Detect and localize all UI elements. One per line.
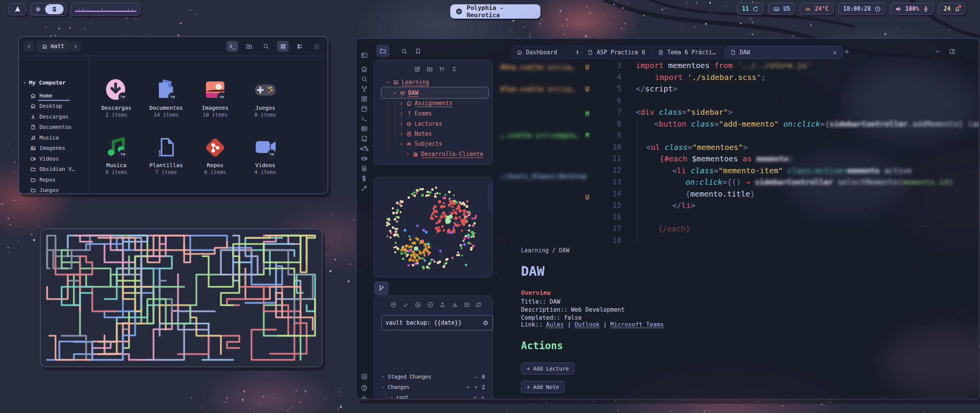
tree-item-subjects[interactable]: Subjects: [399, 140, 442, 147]
split-layout-icon[interactable]: [949, 48, 956, 55]
now-playing-widget[interactable]: Polyphia - Neurotica: [450, 4, 541, 19]
firefox-icon[interactable]: [34, 5, 42, 13]
tree-item-assignments[interactable]: Assignments: [399, 100, 452, 107]
tab-daw[interactable]: DAW: [725, 46, 843, 59]
code-icon[interactable]: <%: [360, 145, 368, 152]
tab-asp-practice-6[interactable]: ASP Practice 6: [582, 46, 659, 59]
back-button[interactable]: [23, 41, 34, 52]
table-icon[interactable]: [360, 125, 368, 132]
panel-icon[interactable]: [360, 51, 368, 59]
sidebar-item-repos[interactable]: Repos: [30, 177, 56, 183]
folder-musica[interactable]: ↪ Musica 6 items: [91, 135, 141, 175]
new-folder-button[interactable]: [243, 41, 255, 52]
button--add-note[interactable]: + Add Note: [521, 381, 565, 393]
git-row-staged-changes[interactable]: Staged Changes—0: [381, 374, 485, 380]
sidebar-item-imagenes[interactable]: Imagenes: [30, 145, 65, 151]
git-row-actions[interactable]: —: [474, 374, 478, 380]
book-icon[interactable]: [360, 135, 368, 142]
check-icon[interactable]: [402, 301, 409, 308]
new-tab-button[interactable]: [843, 48, 850, 55]
sort-icon[interactable]: [439, 66, 445, 72]
folder-juegos[interactable]: Juegos 8 items: [240, 78, 290, 118]
clock-widget[interactable]: 18:08:28: [838, 3, 886, 15]
tab-list-chevron-icon[interactable]: [934, 48, 941, 55]
pin-icon[interactable]: [575, 50, 580, 55]
collapse-icon[interactable]: [451, 66, 457, 72]
sidebar-item-desktop[interactable]: Desktop: [30, 103, 62, 109]
audio-widget[interactable]: 100%: [890, 3, 934, 15]
notifications-widget[interactable]: 24: [939, 3, 965, 15]
notes-app-icon[interactable]: [45, 4, 64, 14]
note-link-aules[interactable]: Aules: [546, 321, 564, 328]
button--add-lecture[interactable]: + Add Lecture: [521, 363, 575, 375]
search-icon[interactable]: [360, 75, 368, 83]
sidebar-item-home[interactable]: Home: [30, 93, 52, 99]
folder-imagenes[interactable]: ↪ Imagenes 10 items: [190, 78, 240, 118]
weather-widget[interactable]: 24°C: [800, 3, 833, 15]
bookmark-tab-icon[interactable]: [415, 48, 421, 55]
graph-view[interactable]: [374, 177, 492, 277]
sidebar-item-musica[interactable]: Musica: [30, 135, 59, 141]
sidebar-root[interactable]: ▾ My Computer: [23, 80, 66, 86]
downloadtray-icon[interactable]: [451, 301, 458, 308]
pluscircle-icon[interactable]: [415, 301, 421, 308]
git-panel-tab[interactable]: [374, 281, 389, 295]
tools-icon[interactable]: [360, 184, 368, 192]
tree-item-exams[interactable]: !Exams: [399, 110, 432, 117]
calendar-icon[interactable]: [360, 105, 368, 112]
sidebar-item-videos[interactable]: Videos: [30, 156, 59, 162]
edit-icon[interactable]: [414, 66, 421, 72]
keyboard-layout-widget[interactable]: US: [768, 3, 795, 15]
git-row-changes[interactable]: Changes↶ +2: [381, 384, 485, 390]
terminal2-icon[interactable]: [360, 115, 368, 122]
filesearch-icon[interactable]: [360, 164, 368, 172]
listicon-icon[interactable]: [464, 301, 470, 308]
updates-widget[interactable]: 11: [737, 3, 764, 15]
forward-button[interactable]: [70, 41, 81, 52]
search-button[interactable]: [260, 41, 272, 52]
help-icon[interactable]: [360, 384, 368, 392]
refresh-icon[interactable]: [475, 301, 482, 308]
app-launcher-button[interactable]: [8, 3, 27, 15]
tree-item-desarrollo-cliente[interactable]: Desarrollo-Cliente: [405, 151, 483, 158]
close-tab-icon[interactable]: [832, 50, 838, 55]
folder-descargas[interactable]: ↪ Descargas 2 items: [91, 78, 141, 118]
note-link-outlook[interactable]: Outlook: [575, 321, 599, 328]
git-row-actions[interactable]: ↶ +: [467, 384, 478, 390]
terminal-box-button[interactable]: $_: [227, 41, 238, 52]
compact-view-button[interactable]: [311, 41, 322, 52]
git-row-actions[interactable]: ↶ +: [474, 394, 485, 399]
clear-input-icon[interactable]: [482, 320, 489, 326]
note-link-microsoft-teams[interactable]: Microsoft Teams: [610, 321, 664, 328]
home-icon[interactable]: [360, 65, 368, 73]
tree-item-daw[interactable]: DAW: [392, 89, 418, 96]
commit-message-input[interactable]: vault backup: {{date}}: [381, 315, 493, 330]
tab-tema-6-pr-cticas-[interactable]: Tema 6 Prácticas -…: [653, 46, 727, 59]
gear-icon[interactable]: [360, 395, 368, 399]
sidebar-item-juegos[interactable]: Juegos: [30, 187, 59, 193]
dollar-icon[interactable]: $: [360, 174, 368, 182]
tree-item-learning[interactable]: Learning: [386, 79, 429, 86]
note-breadcrumb[interactable]: Learning / DAW: [521, 247, 569, 254]
folder-videos[interactable]: ↪ Videos 4 items: [240, 135, 290, 175]
sidebar-item-descargas[interactable]: Descargas: [30, 114, 69, 120]
sidebar-item-obsidian-v-[interactable]: Obsidian V…: [30, 166, 75, 172]
grid4-icon[interactable]: [360, 95, 368, 102]
git-row-root[interactable]: root↶ +: [389, 394, 485, 399]
sidebar-item-documentos[interactable]: Documentos: [30, 124, 72, 130]
tree-item-notes[interactable]: Notes: [399, 130, 432, 137]
folder-repos[interactable]: Repos 6 items: [190, 135, 240, 175]
fork-icon[interactable]: [360, 85, 368, 93]
folderplus-icon[interactable]: [426, 66, 433, 72]
upcircle-icon[interactable]: [390, 301, 397, 308]
vault-icon[interactable]: [360, 372, 368, 380]
list-view-button[interactable]: [294, 41, 305, 52]
folder-plantillas[interactable]: Plantillas 7 items: [141, 135, 191, 175]
search-tab-icon[interactable]: [401, 48, 408, 55]
tab-dashboard[interactable]: Dashboard: [511, 46, 585, 59]
folder2-tab-icon[interactable]: [379, 47, 386, 54]
gamepad-icon[interactable]: [360, 154, 368, 162]
breadcrumb[interactable]: matt: [36, 40, 70, 52]
tree-item-lectures[interactable]: Lectures: [399, 120, 442, 127]
minuscircle-icon[interactable]: [427, 301, 434, 308]
